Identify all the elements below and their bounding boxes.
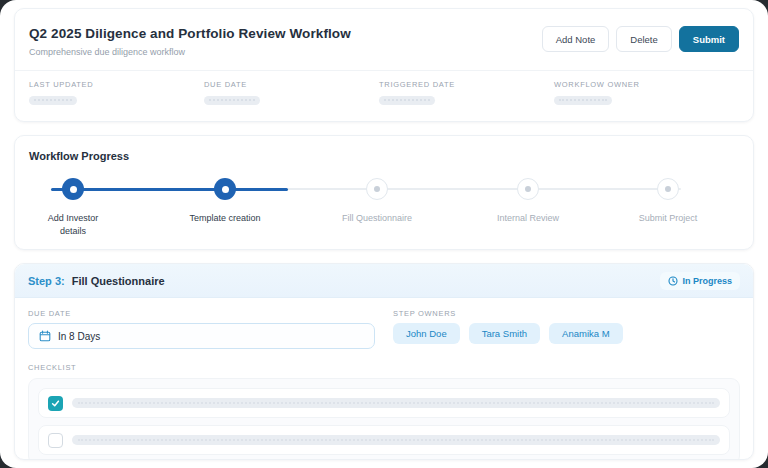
checklist-label: CHECKLIST [28, 363, 740, 372]
checklist-container [28, 378, 740, 460]
clock-icon [668, 276, 678, 286]
title-block: Q2 2025 Diligence and Portfolio Review W… [29, 26, 351, 57]
workflow-stepper: Add Investor details Template creation F… [29, 176, 739, 248]
workflow-page: Q2 2025 Diligence and Portfolio Review W… [0, 0, 768, 468]
workflow-progress-card: Workflow Progress Add Investor details T… [14, 135, 754, 250]
calendar-icon [39, 330, 51, 342]
step-node-dot [222, 186, 229, 193]
step-label: Fill Questionnaire [338, 212, 416, 225]
delete-button[interactable]: Delete [616, 26, 671, 52]
progress-title: Workflow Progress [29, 150, 739, 162]
step-panel-header: Step 3: Fill Questionnaire In Progress [15, 264, 753, 298]
due-date-value: In 8 Days [58, 331, 100, 342]
due-date-label: DUE DATE [28, 309, 375, 318]
step-label: Template creation [186, 212, 264, 225]
checkbox-unchecked[interactable] [48, 433, 63, 448]
due-date-field-group: DUE DATE In 8 Days [28, 309, 375, 349]
due-date-input[interactable]: In 8 Days [28, 323, 375, 349]
step-label: Internal Review [489, 212, 567, 225]
meta-value-placeholder [204, 96, 260, 105]
meta-last-updated: LAST UPDATED [29, 80, 204, 105]
step-node-dot [374, 186, 380, 192]
step-node-dot [70, 186, 77, 193]
step-node-add-investor-details[interactable] [62, 178, 84, 200]
meta-due-date: DUE DATE [204, 80, 379, 105]
owner-chip-anamika-m[interactable]: Anamika M [549, 323, 623, 344]
checklist-item [38, 388, 730, 418]
checklist-item-placeholder [72, 398, 720, 408]
owner-chip-john-doe[interactable]: John Doe [393, 323, 460, 344]
meta-workflow-owner: WORKFLOW OWNER [554, 80, 729, 105]
step-owners-group: STEP OWNERS John Doe Tara Smith Anamika … [393, 309, 740, 349]
add-note-button[interactable]: Add Note [542, 26, 610, 52]
owner-chip-tara-smith[interactable]: Tara Smith [469, 323, 540, 344]
step-node-template-creation[interactable] [214, 178, 236, 200]
meta-label: DUE DATE [204, 80, 379, 89]
workflow-header-card: Q2 2025 Diligence and Portfolio Review W… [14, 8, 754, 122]
step-owner-chips: John Doe Tara Smith Anamika M [393, 323, 740, 344]
step-label: Add Investor details [34, 212, 112, 237]
meta-value-placeholder [554, 96, 612, 105]
step-panel-body: DUE DATE In 8 Days STEP OWNERS John Doe … [15, 298, 753, 460]
status-badge[interactable]: In Progress [660, 272, 740, 290]
meta-label: TRIGGERED DATE [379, 80, 554, 89]
header-actions: Add Note Delete Submit [542, 26, 739, 52]
checklist-item [38, 425, 730, 455]
check-icon [51, 399, 60, 408]
page-subtitle: Comprehensive due diligence workflow [29, 47, 351, 57]
step-3-panel: Step 3: Fill Questionnaire In Progress D… [14, 263, 754, 460]
meta-triggered-date: TRIGGERED DATE [379, 80, 554, 105]
submit-button[interactable]: Submit [679, 26, 739, 52]
step-label: Submit Project [629, 212, 707, 225]
step-title: Fill Questionnaire [72, 275, 165, 287]
meta-label: WORKFLOW OWNER [554, 80, 729, 89]
step-node-dot [665, 186, 671, 192]
step-node-internal-review[interactable] [517, 178, 539, 200]
step-node-submit-project[interactable] [657, 178, 679, 200]
step-owners-label: STEP OWNERS [393, 309, 740, 318]
page-title: Q2 2025 Diligence and Portfolio Review W… [29, 26, 351, 41]
step-number: Step 3: [28, 275, 65, 287]
status-badge-label: In Progress [682, 276, 732, 286]
meta-row: LAST UPDATED DUE DATE TRIGGERED DATE WOR… [15, 71, 753, 105]
meta-label: LAST UPDATED [29, 80, 204, 89]
stepper-track-progress [51, 188, 288, 191]
meta-value-placeholder [29, 96, 77, 105]
checkbox-checked[interactable] [48, 396, 63, 411]
step-node-fill-questionnaire[interactable] [366, 178, 388, 200]
checklist-item-placeholder [72, 435, 720, 445]
step-node-dot [525, 186, 531, 192]
meta-value-placeholder [379, 96, 435, 105]
